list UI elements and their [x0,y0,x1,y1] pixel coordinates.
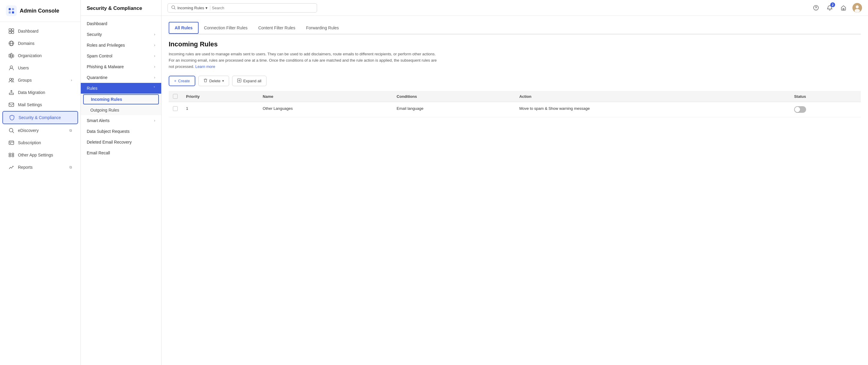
sidebar-item-reports[interactable]: Reports ⧉ [2,161,78,173]
svg-point-14 [10,66,12,68]
sidebar-label-domains: Domains [18,41,34,46]
svg-rect-20 [9,141,14,145]
mid-nav-item-phishing-malware[interactable]: Phishing & Malware › [81,61,161,72]
create-label: Create [178,79,190,83]
expand-all-button[interactable]: Expand all [232,76,267,86]
page-description: Incoming rules are used to manage emails… [169,51,438,70]
tab-connection-filter-rules[interactable]: Connection Filter Rules [198,23,253,34]
row-conditions-cell: Email language [393,102,515,117]
main-content: Incoming Rules ▾ 2 All Rules Co [161,0,868,365]
group-icon [8,77,14,83]
org-icon [8,53,14,59]
svg-rect-22 [10,143,11,144]
sidebar-item-domains[interactable]: Domains [2,37,78,49]
svg-rect-17 [9,93,13,95]
svg-rect-26 [12,155,14,157]
svg-rect-6 [9,31,11,33]
help-button[interactable] [811,3,821,12]
search-scope-dropdown-icon: ▾ [206,6,208,10]
search-container: Incoming Rules ▾ [167,3,317,12]
svg-point-15 [9,79,12,81]
table-header-row: Priority Name Conditions Action Status [169,91,861,102]
sidebar-item-subscription[interactable]: Subscription [2,137,78,149]
mid-nav-label-security: Security [87,32,102,37]
row-checkbox[interactable] [173,106,178,111]
sub-nav-label-incoming-rules: Incoming Rules [91,97,122,102]
page-title: Incoming Rules [169,40,861,48]
home-button[interactable] [839,3,848,12]
mid-nav-item-deleted-email-recovery[interactable]: Deleted Email Recovery [81,137,161,148]
sidebar-item-users[interactable]: Users [2,62,78,74]
expand-all-label: Expand all [243,79,261,83]
app-logo: Admin Console [0,0,81,22]
globe-icon [8,40,14,47]
sidebar-item-organization[interactable]: Organization [2,50,78,62]
mid-nav-item-spam-control[interactable]: Spam Control › [81,51,161,61]
mid-nav-label-roles: Roles and Privileges [87,43,125,48]
search-input[interactable] [212,6,313,10]
top-bar: Incoming Rules ▾ 2 [161,0,868,16]
table-row: 1 Other Languages Email language Move to… [169,102,861,117]
left-nav-list: Dashboard Domains Organization Users [0,22,81,365]
svg-rect-24 [12,153,14,155]
status-toggle[interactable] [794,106,806,113]
middle-nav-list: Dashboard Security › Roles and Privilege… [81,16,161,365]
phishing-arrow: › [154,65,155,69]
mid-nav-item-data-subject-requests[interactable]: Data Subject Requests [81,126,161,137]
reports-icon [8,164,14,170]
sidebar-item-dashboard[interactable]: Dashboard [2,25,78,37]
sidebar-label-data-migration: Data Migration [18,90,45,95]
sidebar-item-other-app-settings[interactable]: Other App Settings [2,149,78,161]
rules-arrow: ˅ [153,86,155,90]
create-button[interactable]: + Create [169,76,195,86]
row-status-cell [790,102,861,117]
tab-forwarding-rules[interactable]: Forwarding Rules [301,23,344,34]
user-icon [8,65,14,71]
mid-nav-item-security[interactable]: Security › [81,29,161,40]
svg-point-19 [9,128,13,132]
mid-nav-item-roles-privileges[interactable]: Roles and Privileges › [81,40,161,51]
sub-nav-item-outgoing-rules[interactable]: Outgoing Rules [81,105,161,115]
smart-alerts-arrow: › [154,119,155,123]
mid-nav-label-data-subject: Data Subject Requests [87,129,129,134]
delete-button[interactable]: Delete ▾ [198,76,229,86]
tab-all-rules[interactable]: All Rules [169,22,198,34]
sidebar-item-security-compliance[interactable]: Security & Compliance [2,111,78,124]
middle-sidebar: Security & Compliance Dashboard Security… [81,0,161,365]
mid-nav-label-dashboard: Dashboard [87,21,107,26]
sidebar-label-other-app-settings: Other App Settings [18,153,53,157]
sub-nav-label-outgoing-rules: Outgoing Rules [90,108,119,113]
sidebar-item-mail-settings[interactable]: Mail Settings [2,99,78,111]
mid-nav-label-spam: Spam Control [87,54,113,58]
user-avatar[interactable] [852,3,862,12]
dashboard-icon [8,28,14,34]
table-header-name: Name [258,91,393,102]
select-all-checkbox[interactable] [173,94,178,99]
mid-nav-label-rules: Rules [87,86,97,91]
tab-content-filter-rules[interactable]: Content Filter Rules [253,23,301,34]
search-icon [172,5,176,10]
svg-rect-23 [9,153,11,155]
svg-point-30 [816,9,816,9]
ediscovery-icon [8,127,14,133]
mid-nav-label-smart-alerts: Smart Alerts [87,118,110,123]
svg-rect-1 [12,8,14,10]
learn-more-link[interactable]: Learn more [195,64,215,69]
table-header-checkbox [169,91,182,102]
mid-nav-item-email-recall[interactable]: Email Recall [81,148,161,158]
create-plus-icon: + [174,79,177,83]
mid-nav-item-quarantine[interactable]: Quarantine › [81,72,161,83]
mid-nav-item-smart-alerts[interactable]: Smart Alerts › [81,115,161,126]
search-scope[interactable]: Incoming Rules ▾ [177,6,210,10]
mid-nav-item-rules[interactable]: Rules ˅ [81,83,161,94]
mid-nav-label-quarantine: Quarantine [87,75,107,80]
sidebar-item-groups[interactable]: Groups › [2,74,78,86]
sub-nav-item-incoming-rules[interactable]: Incoming Rules [83,94,159,104]
notification-button[interactable]: 2 [825,3,835,12]
sidebar-item-data-migration[interactable]: Data Migration [2,87,78,98]
middle-sidebar-title: Security & Compliance [81,0,161,16]
sidebar-item-ediscovery[interactable]: eDiscovery ⧉ [2,124,78,136]
svg-point-16 [12,79,13,80]
mid-nav-item-dashboard[interactable]: Dashboard [81,18,161,29]
svg-rect-12 [11,53,12,58]
